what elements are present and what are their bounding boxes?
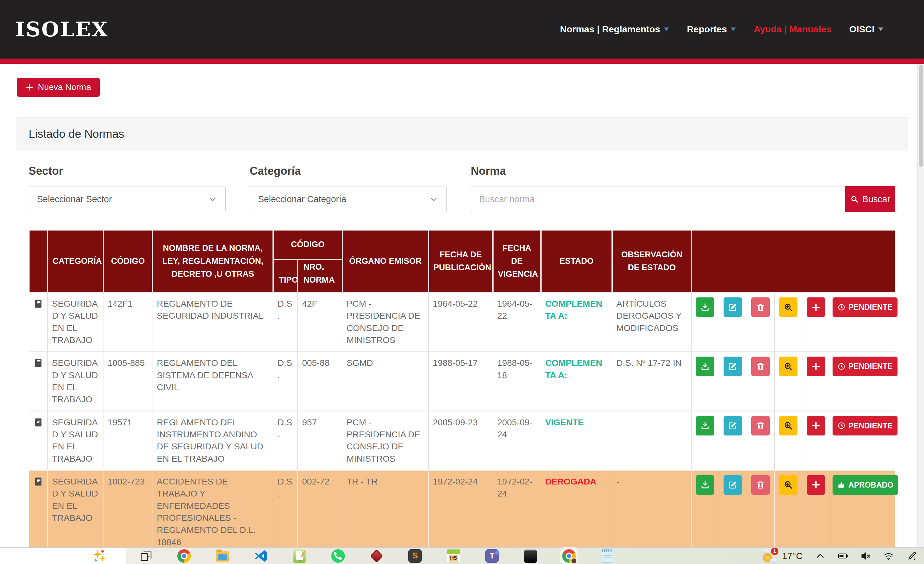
buscar-label: Buscar [862, 194, 890, 205]
taskbar-app-notepad-icon[interactable] [601, 549, 614, 563]
taskbar-app-notepad-plus-plus-icon[interactable] [293, 549, 306, 563]
taskbar-app-embarcadero-icon[interactable] [370, 549, 383, 563]
view-detail-button[interactable] [779, 298, 798, 317]
volume-muted-icon[interactable] [861, 551, 871, 561]
edit-button[interactable] [723, 416, 742, 436]
main-nav: Normas | ReglamentosReportesAyuda | Manu… [560, 24, 884, 35]
cell-categoria: SEGURIDAD Y SALUD EN EL TRABAJO [48, 471, 104, 554]
trash-icon [756, 303, 765, 312]
cell-tipo: D.S. [273, 293, 298, 352]
nav-item-reportes[interactable]: Reportes [687, 24, 736, 35]
cell-codigo: 19571 [104, 411, 153, 471]
nav-item-normas-reglamentos[interactable]: Normas | Reglamentos [560, 24, 669, 35]
action-cell [719, 471, 747, 554]
status-pendiente-button[interactable]: PENDIENTE [832, 356, 897, 376]
action-cell [775, 293, 802, 352]
copilot-sparkle-icon[interactable] [92, 549, 106, 563]
delete-button[interactable] [751, 298, 770, 317]
edit-button[interactable] [723, 356, 742, 376]
download-button[interactable] [696, 416, 714, 436]
view-detail-button[interactable] [779, 475, 798, 495]
taskbar-app-teams-icon[interactable]: T [485, 549, 499, 563]
cell-estado: COMPLEMENTA A: [541, 352, 612, 411]
download-button[interactable] [696, 475, 714, 495]
panel-body: Sector Seleccionar Sector Categoría Sele… [16, 151, 908, 564]
weather-widget[interactable]: 1 17°C [762, 549, 803, 563]
cell-nombre: ACCIDENTES DE TRABAJO Y ENFERMEDADES PRO… [152, 471, 273, 554]
navbar: ISOLEX Normas | ReglamentosReportesAyuda… [0, 0, 924, 59]
cell-fecha-publicacion: 1988-05-17 [429, 352, 493, 411]
chevron-up-icon[interactable] [815, 551, 825, 561]
brand-logo[interactable]: ISOLEX [15, 17, 108, 41]
download-icon [700, 421, 710, 430]
wifi-icon[interactable] [884, 551, 894, 561]
taskbar-app-terminal-icon[interactable] [524, 549, 537, 563]
norma-search-input[interactable] [471, 186, 845, 212]
cell-observacion: - [612, 471, 692, 554]
taskbar-app-vscode-icon[interactable] [254, 549, 268, 563]
cell-nro-norma: 42F [298, 293, 342, 352]
nav-item-oisci[interactable]: OISCI [849, 24, 884, 35]
status-pendiente-button[interactable]: PENDIENTE [832, 298, 897, 317]
plus-icon [811, 480, 820, 489]
taskbar-app-hs-app-icon[interactable]: HS [447, 549, 460, 563]
cell-categoria: SEGURIDAD Y SALUD EN EL TRABAJO [48, 293, 104, 352]
view-detail-button[interactable] [779, 416, 798, 436]
taskbar-app-chrome-active-icon[interactable] [562, 549, 576, 563]
new-norm-button[interactable]: Nueva Norma [17, 78, 100, 97]
cell-organo-emisor: PCM - PRESIDENCIA DE CONSEJO DE MINISTRO… [342, 411, 429, 471]
action-cell [802, 411, 830, 471]
nav-item-ayuda-manuales[interactable]: Ayuda | Manuales [754, 24, 831, 35]
vertical-scrollbar[interactable] [917, 64, 924, 547]
categoria-label: Categoría [250, 165, 447, 177]
download-icon [700, 362, 710, 371]
add-related-button[interactable] [807, 416, 825, 436]
action-cell [692, 293, 719, 352]
caret-down-icon [664, 27, 669, 31]
estado-value: COMPLEMENTA A: [545, 358, 602, 380]
add-related-button[interactable] [807, 298, 825, 317]
add-related-button[interactable] [807, 475, 825, 495]
delete-button[interactable] [751, 475, 770, 495]
categoria-select[interactable]: Seleccionar Categoría [250, 186, 447, 212]
view-detail-button[interactable] [779, 356, 798, 376]
download-button[interactable] [696, 298, 714, 317]
header-estado: ESTADO [541, 230, 612, 293]
sector-select[interactable]: Seleccionar Sector [28, 186, 226, 212]
taskbar-app-chrome-icon[interactable] [177, 549, 191, 563]
download-button[interactable] [696, 356, 714, 376]
scrollbar-thumb[interactable] [919, 65, 923, 167]
cell-fecha-publicacion: 1972-02-24 [429, 471, 493, 554]
taskbar-app-task-view-icon[interactable] [139, 549, 152, 563]
edit-icon [728, 303, 737, 312]
battery-icon[interactable] [838, 551, 848, 561]
edit-icon [728, 480, 737, 489]
edit-button[interactable] [723, 298, 742, 317]
row-book-cell [29, 411, 48, 471]
delete-button[interactable] [751, 416, 770, 436]
accent-stripe [0, 59, 924, 64]
header-fecha-vigencia: FECHA DE VIGENCIA [493, 230, 541, 293]
taskbar-app-sublime-text-icon[interactable]: S [408, 549, 422, 563]
pen-icon[interactable] [906, 551, 916, 561]
search-icon [850, 195, 859, 203]
taskbar-app-whatsapp-icon[interactable] [331, 549, 345, 563]
status-pendiente-button[interactable]: PENDIENTE [832, 416, 897, 436]
action-cell [747, 411, 775, 471]
cell-nombre: REGLAMENTO DEL INSTRUMENTO ANDINO DE SEG… [152, 411, 273, 471]
cell-observacion [612, 411, 692, 471]
action-cell [747, 471, 775, 554]
buscar-button[interactable]: Buscar [845, 186, 896, 212]
edit-button[interactable] [723, 475, 742, 495]
status-aprobado-button[interactable]: APROBADO [832, 475, 898, 495]
estado-value: VIGENTE [545, 417, 584, 427]
status-cell: PENDIENTE [830, 293, 896, 352]
taskbar-app-file-explorer-icon[interactable] [216, 549, 230, 563]
delete-button[interactable] [751, 356, 770, 376]
header-categoria: CATEGORÍA [48, 230, 104, 293]
header-icon-col [29, 230, 48, 293]
table-row: SEGURIDAD Y SALUD EN EL TRABAJO1005-885R… [29, 352, 896, 411]
action-cell [775, 352, 802, 411]
weather-icon: 1 [762, 549, 778, 563]
add-related-button[interactable] [807, 356, 825, 376]
